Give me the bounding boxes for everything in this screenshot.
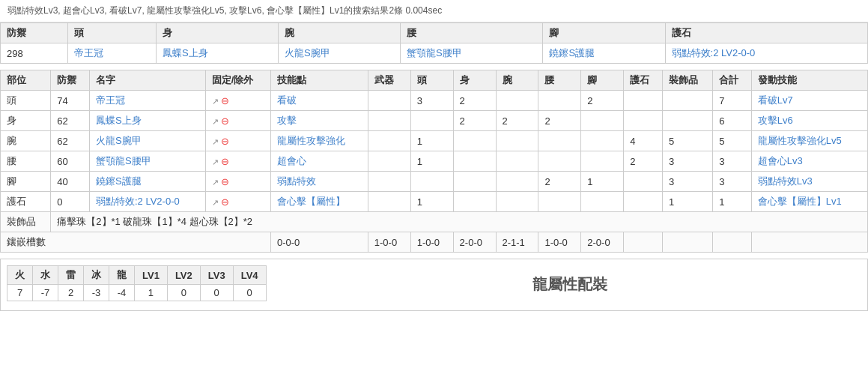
summary-body-link[interactable]: 鳳蝶S上身	[163, 47, 208, 58]
attr-col-1: 水	[33, 266, 58, 285]
dh-name: 名字	[89, 70, 205, 91]
cell-activate-link[interactable]: 超會心Lv3	[758, 155, 803, 166]
cell-skill[interactable]: 超會心	[270, 151, 368, 172]
cell-name[interactable]: 帝王冠	[89, 91, 205, 111]
attr-val-3: -3	[84, 285, 109, 301]
dh-skill: 技能點	[270, 70, 368, 91]
summary-talisman-link[interactable]: 弱點特效:2 LV2-0-0	[672, 47, 756, 58]
cell-name-link[interactable]: 帝王冠	[96, 94, 125, 106]
cell-head: 1	[410, 131, 453, 151]
dh-fixed: 固定/除外	[205, 70, 270, 91]
search-result-text: 弱點特效Lv3, 超會心Lv3, 看破Lv7, 龍屬性攻擊強化Lv5, 攻擊Lv…	[7, 5, 442, 16]
embed-val-0: 0-0-0	[270, 232, 368, 253]
attr-val-1: -7	[33, 285, 58, 301]
embed-val-2: 1-0-0	[410, 232, 453, 253]
cell-head: 1	[410, 151, 453, 172]
cell-total: 3	[713, 172, 752, 192]
cell-arm	[496, 91, 538, 111]
summary-waist-link[interactable]: 蟹顎龍S腰甲	[407, 47, 462, 58]
attr-col-4: 龍	[109, 266, 135, 285]
dh-head: 頭	[410, 70, 453, 91]
embed-val-1: 1-0-0	[368, 232, 410, 253]
cell-weapon	[368, 151, 410, 172]
embed-val-6: 2-0-0	[581, 232, 624, 253]
cell-activate-link[interactable]: 攻擊Lv6	[758, 115, 793, 126]
cell-name[interactable]: 鐃鑔S護腿	[89, 172, 205, 192]
cell-body	[453, 172, 496, 192]
cell-waist	[538, 151, 581, 172]
summary-arm-link[interactable]: 火龍S腕甲	[285, 47, 330, 58]
cell-name-link[interactable]: 蟹顎龍S腰甲	[96, 155, 151, 166]
deco-value: 痛擊珠【2】*1 破龍珠【1】*4 超心珠【2】*2	[51, 212, 868, 232]
cell-head: 3	[410, 91, 453, 111]
cell-skill[interactable]: 攻擊	[270, 111, 368, 131]
cell-activate[interactable]: 會心擊【屬性】Lv1	[751, 192, 867, 212]
summary-body: 鳳蝶S上身	[156, 43, 278, 64]
cell-arm	[496, 192, 538, 212]
cell-weapon	[368, 172, 410, 192]
cell-name-link[interactable]: 火龍S腕甲	[96, 135, 142, 146]
cell-activate[interactable]: 看破Lv7	[751, 91, 867, 111]
cell-talisman	[624, 111, 663, 131]
cell-name[interactable]: 蟹顎龍S腰甲	[89, 151, 205, 172]
cell-name[interactable]: 鳳蝶S上身	[89, 111, 205, 131]
cell-leg	[581, 111, 624, 131]
attr-col-8: LV4	[233, 266, 266, 285]
cell-activate[interactable]: 攻擊Lv6	[751, 111, 867, 131]
dh-deco: 裝飾品	[662, 70, 712, 91]
cell-name-link[interactable]: 鐃鑔S護腿	[96, 175, 142, 187]
cell-talisman	[624, 91, 663, 111]
dh-leg: 腳	[581, 70, 624, 91]
cell-fixed: ↗ ⊖	[205, 111, 270, 131]
attr-table: 火水雷冰龍LV1LV2LV3LV4 7-72-3-41000	[7, 265, 267, 301]
cell-skill-link[interactable]: 弱點特效	[277, 175, 316, 187]
cell-waist: 2	[538, 111, 581, 131]
dh-body: 身	[453, 70, 496, 91]
cell-talisman	[624, 192, 663, 212]
cell-head: 1	[410, 192, 453, 212]
cell-skill-link[interactable]: 龍屬性攻擊強化	[277, 135, 345, 146]
embed-val-3: 2-0-0	[453, 232, 496, 253]
cell-activate-link[interactable]: 會心擊【屬性】Lv1	[758, 196, 842, 207]
cell-skill-link[interactable]: 會心擊【屬性】	[277, 196, 345, 207]
cell-name-link[interactable]: 弱點特效:2 LV2-0-0	[96, 196, 180, 207]
summary-leg-link[interactable]: 鐃鑔S護腿	[549, 47, 595, 58]
cell-name[interactable]: 火龍S腕甲	[89, 131, 205, 151]
cell-total: 1	[713, 192, 752, 212]
attr-val-4: -4	[109, 285, 135, 301]
cell-arm	[496, 151, 538, 172]
cell-deco: 3	[662, 151, 712, 172]
cell-activate[interactable]: 超會心Lv3	[751, 151, 867, 172]
attr-val-5: 1	[135, 285, 168, 301]
col-talisman: 護石	[665, 23, 867, 43]
attr-col-3: 冰	[84, 266, 109, 285]
cell-activate-link[interactable]: 弱點特效Lv3	[758, 175, 813, 187]
cell-deco	[662, 111, 712, 131]
cell-skill[interactable]: 弱點特效	[270, 172, 368, 192]
cell-skill-link[interactable]: 攻擊	[277, 115, 297, 126]
summary-head: 帝王冠	[68, 43, 157, 64]
cell-defense: 40	[51, 172, 90, 192]
cell-part: 頭	[1, 91, 51, 111]
cell-name-link[interactable]: 鳳蝶S上身	[96, 115, 142, 126]
cell-skill-link[interactable]: 看破	[277, 94, 297, 106]
cell-deco: 3	[662, 172, 712, 192]
cell-defense: 60	[51, 151, 90, 172]
cell-fixed: ↗ ⊖	[205, 151, 270, 172]
cell-skill-link[interactable]: 超會心	[277, 155, 306, 166]
cell-name[interactable]: 弱點特效:2 LV2-0-0	[89, 192, 205, 212]
cell-skill[interactable]: 會心擊【屬性】	[270, 192, 368, 212]
cell-skill[interactable]: 看破	[270, 91, 368, 111]
cell-waist	[538, 192, 581, 212]
col-defense: 防禦	[1, 23, 68, 43]
cell-activate-link[interactable]: 看破Lv7	[758, 94, 793, 106]
cell-activate[interactable]: 龍屬性攻擊強化Lv5	[751, 131, 867, 151]
cell-activate-link[interactable]: 龍屬性攻擊強化Lv5	[758, 135, 842, 146]
cell-defense: 0	[51, 192, 90, 212]
cell-skill[interactable]: 龍屬性攻擊強化	[270, 131, 368, 151]
deco-row: 裝飾品痛擊珠【2】*1 破龍珠【1】*4 超心珠【2】*2	[1, 212, 868, 232]
summary-head-link[interactable]: 帝王冠	[74, 47, 103, 58]
cell-activate[interactable]: 弱點特效Lv3	[751, 172, 867, 192]
cell-deco: 5	[662, 131, 712, 151]
cell-weapon	[368, 91, 410, 111]
